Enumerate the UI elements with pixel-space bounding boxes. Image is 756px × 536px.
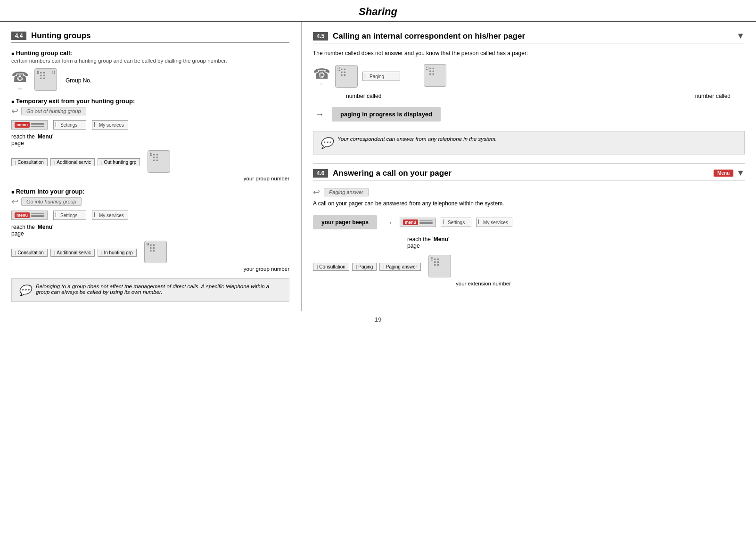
pager-beeps-box: your pager beeps xyxy=(313,215,377,229)
menu-badge-46: Menu xyxy=(714,170,733,177)
section-divider xyxy=(313,163,745,163)
right-column: 4.5 Calling an internal correspondent on… xyxy=(302,22,756,311)
caller-phone: ☎ ≈ xyxy=(313,65,330,87)
caller-handset: ☎ xyxy=(313,65,330,82)
section-46-controls: Menu ▼ xyxy=(714,168,745,178)
your-extension-number: your extension number xyxy=(313,281,511,286)
tab-consultation-return: Consultation xyxy=(11,249,48,257)
reach-menu-return: reach the 'Menu'page xyxy=(11,224,289,237)
keypad-exit: ⠿ xyxy=(148,150,170,173)
phone-device-1: ☎ ≈≈ xyxy=(11,69,29,91)
your-group-number-exit: your group number xyxy=(11,176,289,181)
group-no-label: Group No. xyxy=(66,77,91,84)
menu-device-exit: menu xyxy=(11,120,48,130)
keypad-answer: ⠿ xyxy=(428,255,451,277)
go-out-label: Go out of hunting group xyxy=(21,107,86,115)
return-group-section: ■ Return into your group: ↩ Go into hunt… xyxy=(11,188,289,272)
section-45-number: 4.5 xyxy=(313,32,328,41)
page-number: 19 xyxy=(0,316,756,323)
settings-screen-return: Settings xyxy=(53,211,86,220)
menu-screen-row-return: menu Settings My services xyxy=(11,211,289,220)
menu-device-answer: menu xyxy=(400,218,436,227)
section-45-intro: The number called does not answer and yo… xyxy=(313,50,745,57)
paging-screen-widget: Paging xyxy=(362,72,400,81)
hunting-note-box: 💬 Belonging to a group does not affect t… xyxy=(11,278,289,302)
return-title: ■ Return into your group: xyxy=(11,188,289,195)
section-46-intro: A call on your pager can be answered fro… xyxy=(313,200,745,207)
answer-arrow: → xyxy=(384,217,393,228)
section-46-number: 4.6 xyxy=(313,169,328,178)
paging-progress-box: paging in progress is displayed xyxy=(332,107,441,122)
section-44-title: Hunting groups xyxy=(31,31,91,41)
paging-section: ☎ ≈ ⠿ Paging ⠿ xyxy=(313,64,745,154)
tabs-exit-row: Consultation Additional servic Out hunti… xyxy=(11,150,289,174)
menu-screen-return: menu xyxy=(11,211,48,220)
go-out-row: ↩ Go out of hunting group xyxy=(11,106,289,116)
section-45-header: 4.5 Calling an internal correspondent on… xyxy=(313,31,745,43)
paging-progress-row: → paging in progress is displayed xyxy=(313,105,745,123)
menu-label-exit: menu xyxy=(15,122,30,128)
menu-label-return: menu xyxy=(15,212,30,218)
hunting-group-call-section: ■ Hunting group call: certain numbers ca… xyxy=(11,49,289,91)
menu-device-return: menu xyxy=(11,211,48,220)
section-45-note: 💬 Your correspondent can answer from any… xyxy=(313,131,745,154)
page-title: Sharing xyxy=(0,0,756,22)
temp-exit-title: ■ Temporary exit from your hunting group… xyxy=(11,97,289,105)
tab-consultation-answer: Consultation xyxy=(313,263,349,271)
tab-out-hunting: Out hunting grp xyxy=(98,158,140,166)
menu-screen-answer: menu xyxy=(400,218,436,227)
section-46-title: Answering a call on your pager xyxy=(333,169,452,178)
reach-menu-exit: reach the 'Menu'page xyxy=(11,133,289,146)
hunting-note-text: Belonging to a group does not affect the… xyxy=(36,284,282,295)
hunting-group-call-title: ■ Hunting group call: xyxy=(11,49,289,57)
paging-arrow: → xyxy=(315,109,324,120)
tab-additional-return: Additional servic xyxy=(50,249,95,257)
menu-lines-return xyxy=(31,213,44,217)
keypad-caller: ⠿ xyxy=(335,65,358,88)
menu-lines-answer xyxy=(419,220,433,224)
your-group-number-return: your group number xyxy=(11,266,289,272)
go-in-label: Go into hunting group xyxy=(21,197,82,206)
section-46-header: 4.6 Answering a call on your pager Menu … xyxy=(313,168,745,180)
menu-screen-row-exit: menu Settings My services xyxy=(11,120,289,130)
number-called-labels: number called number called xyxy=(313,93,745,99)
tab-additional-exit: Additional servic xyxy=(50,158,95,166)
section-45-nav[interactable]: ▼ xyxy=(736,31,745,41)
myservices-screen-exit: My services xyxy=(92,120,128,130)
keypad-callee: ⠿ xyxy=(424,64,446,88)
hunting-group-call-desc: certain numbers can form a hunting group… xyxy=(11,58,289,64)
number-called-label-2: number called xyxy=(695,93,731,99)
reach-menu-answer: reach the 'Menu'page xyxy=(407,236,745,249)
temp-exit-section: ■ Temporary exit from your hunting group… xyxy=(11,97,289,181)
section-46-nav[interactable]: ▼ xyxy=(736,168,745,178)
note-icon-45: 💬 xyxy=(320,137,333,149)
tabs-answer-row: Consultation Paging Paging answer ⠿ xyxy=(313,255,745,279)
tab-paging-answer-item: Paging answer xyxy=(379,263,421,271)
paging-answer-label: Paging answer xyxy=(324,188,369,196)
section-45-note-text: Your correspondent can answer from any t… xyxy=(337,136,497,142)
menu-lines-exit xyxy=(31,123,44,127)
paging-screen-device: Paging xyxy=(362,72,400,81)
tab-in-hunting: In hunting grp xyxy=(98,249,137,257)
tabs-return-row: Consultation Additional servic In huntin… xyxy=(11,241,289,265)
keypad-callee-icon: ⠿ xyxy=(424,64,446,87)
menu-screen-exit: menu xyxy=(11,120,48,130)
handset-icon-1: ☎ xyxy=(11,69,29,85)
tab-consultation-exit: Consultation xyxy=(11,158,48,166)
settings-screen-exit: Settings xyxy=(53,120,86,130)
section-45-title: Calling an internal correspondent on his… xyxy=(333,32,525,41)
paging-step-row-1: ☎ ≈ ⠿ Paging ⠿ xyxy=(313,64,745,88)
left-column: 4.4 Hunting groups ■ Hunting group call:… xyxy=(0,22,302,311)
keypad-icon-1: ⠿ ⠿ xyxy=(34,68,57,91)
note-icon-left: 💬 xyxy=(18,284,31,297)
number-called-label-1: number called xyxy=(346,93,381,99)
group-call-step-row: ☎ ≈≈ ⠿ ⠿ Group No. xyxy=(11,68,289,91)
tab-paging-answer: Paging xyxy=(352,263,377,271)
go-in-row: ↩ Go into hunting group xyxy=(11,196,289,207)
keypad-return: ⠿ xyxy=(144,241,167,263)
myservices-screen-return: My services xyxy=(92,211,128,220)
answer-step-row: your pager beeps → menu Settings xyxy=(313,213,745,231)
menu-label-answer: menu xyxy=(403,219,418,225)
paging-answer-row: ↩ Paging answer xyxy=(313,187,745,197)
myservices-screen-answer: My services xyxy=(476,218,512,227)
